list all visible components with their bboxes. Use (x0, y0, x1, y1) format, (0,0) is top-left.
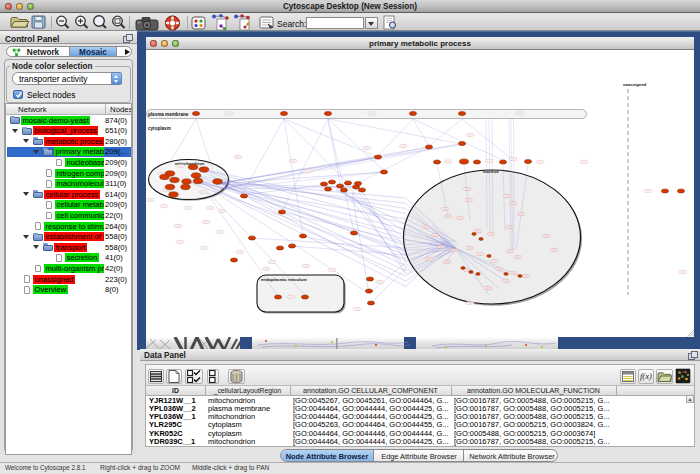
svg-text:cytoplasm: cytoplasm (148, 126, 171, 131)
svg-text:endoplasmic reticulum: endoplasmic reticulum (261, 277, 307, 282)
svg-text:unassigned: unassigned (623, 82, 647, 87)
svg-text:nucleus: nucleus (483, 169, 499, 174)
svg-text:plasma membrane: plasma membrane (148, 112, 189, 117)
